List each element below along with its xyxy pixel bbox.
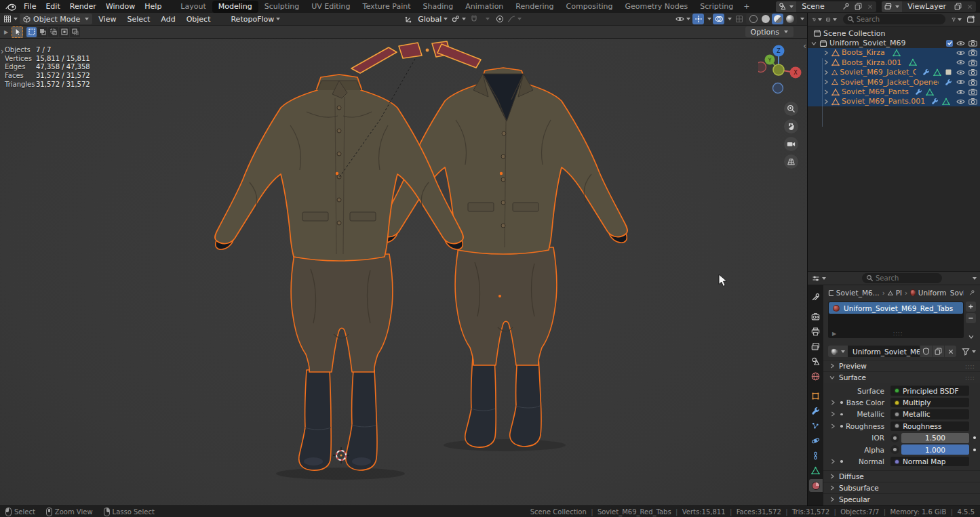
disable-render-icon[interactable] bbox=[968, 98, 977, 105]
proportional-falloff-dropdown[interactable] bbox=[507, 14, 522, 24]
shading-rendered-button[interactable] bbox=[784, 14, 796, 24]
menu-view[interactable]: View bbox=[94, 15, 121, 24]
outliner-row-object[interactable]: Soviet_M69_Jacket_Closed bbox=[808, 68, 980, 77]
outliner-editor-type-button[interactable] bbox=[811, 14, 823, 25]
pan-view-button[interactable] bbox=[784, 119, 798, 133]
collapse-chevron-icon[interactable] bbox=[810, 40, 817, 47]
properties-search-input[interactable] bbox=[862, 273, 942, 283]
material-slot-item[interactable]: Uniform_Soviet_M69_Red_Tabs bbox=[829, 302, 963, 314]
object-name[interactable]: Boots_Kirza bbox=[842, 48, 885, 57]
expand-chevron-icon[interactable] bbox=[828, 423, 838, 430]
object-name[interactable]: Soviet_M69_Pants bbox=[842, 87, 909, 96]
keyframe-dot[interactable] bbox=[973, 436, 976, 439]
mode-dropdown[interactable]: Object Mode bbox=[20, 14, 92, 24]
tab-geometry-nodes[interactable]: Geometry Nodes bbox=[619, 1, 694, 13]
panel-grip-icon[interactable]: :::: bbox=[965, 373, 975, 381]
normal-input[interactable]: Normal Map bbox=[890, 457, 969, 467]
tab-material[interactable] bbox=[809, 479, 823, 492]
collection-checkbox[interactable] bbox=[946, 40, 953, 47]
orientation-dropdown[interactable]: Global bbox=[416, 15, 450, 24]
active-tool-select-box[interactable] bbox=[12, 26, 23, 38]
breadcrumb-object[interactable]: Soviet_M6... bbox=[836, 289, 880, 297]
expand-chevron-icon[interactable] bbox=[823, 69, 829, 76]
tab-layout[interactable]: Layout bbox=[174, 1, 212, 13]
tab-modeling[interactable]: Modeling bbox=[212, 1, 258, 13]
outliner-row-object[interactable]: Boots_Kirza.001 bbox=[808, 58, 980, 67]
object-name[interactable]: Soviet_M69_Jacket_Closed bbox=[840, 68, 916, 77]
hide-eye-icon[interactable] bbox=[956, 69, 965, 76]
tab-render[interactable] bbox=[809, 310, 823, 323]
sidebar-toggle-chevron[interactable]: ‹ bbox=[803, 43, 806, 49]
new-scene-button[interactable] bbox=[852, 1, 864, 12]
menu-object[interactable]: Object bbox=[182, 15, 216, 24]
gizmo-axis-neg-z[interactable] bbox=[773, 83, 783, 94]
zoom-view-button[interactable] bbox=[784, 102, 798, 116]
browse-material-button[interactable] bbox=[828, 346, 848, 357]
expand-chevron-icon[interactable] bbox=[823, 89, 829, 96]
hide-eye-icon[interactable] bbox=[956, 49, 965, 56]
panel-surface[interactable]: Surface :::: bbox=[823, 371, 980, 383]
outliner-row-object[interactable]: Boots_Kirza bbox=[808, 48, 980, 58]
shading-solid-button[interactable] bbox=[760, 14, 771, 24]
panel-specular[interactable]: Specular bbox=[823, 493, 980, 505]
list-resize-grip[interactable]: :::: bbox=[893, 331, 903, 337]
menu-render[interactable]: Render bbox=[65, 2, 101, 11]
keyframe-dot[interactable] bbox=[973, 449, 976, 451]
fake-user-shield-button[interactable] bbox=[920, 346, 932, 357]
tab-constraints[interactable] bbox=[809, 449, 823, 462]
pin-id-icon[interactable] bbox=[969, 289, 975, 297]
tab-modifiers[interactable] bbox=[809, 405, 823, 417]
camera-view-button[interactable] bbox=[784, 137, 798, 151]
menu-select[interactable]: Select bbox=[122, 15, 155, 24]
add-material-slot-button[interactable] bbox=[966, 302, 976, 312]
new-material-button[interactable] bbox=[932, 346, 944, 357]
roughness-input[interactable]: Roughness bbox=[890, 421, 969, 432]
breadcrumb-material[interactable]: Uniform_Soviet_... bbox=[918, 289, 964, 297]
base-color-input[interactable]: Multiply bbox=[890, 398, 969, 408]
view-layer-name[interactable]: ViewLayer bbox=[902, 2, 952, 11]
tab-scene[interactable] bbox=[809, 355, 823, 368]
properties-editor-type-button[interactable] bbox=[811, 273, 827, 284]
view-layer-browse-button[interactable] bbox=[882, 1, 902, 12]
alpha-slider[interactable]: 1.000 bbox=[901, 444, 969, 455]
surface-shader-dropdown[interactable]: Principled BSDF bbox=[890, 386, 969, 396]
slot-specials-dropdown[interactable] bbox=[966, 331, 976, 342]
expand-chevron-icon[interactable] bbox=[823, 59, 829, 66]
select-mode-subtract[interactable] bbox=[48, 27, 58, 37]
show-object-types-dropdown[interactable] bbox=[675, 14, 691, 24]
tab-texture-paint[interactable]: Texture Paint bbox=[357, 1, 417, 13]
outliner-filter-button[interactable] bbox=[951, 14, 962, 25]
metallic-input[interactable]: Metallic bbox=[890, 409, 969, 419]
outliner-row-object[interactable]: Soviet_M69_Jacket_Opened.001 bbox=[808, 77, 980, 87]
material-filter-dropdown[interactable] bbox=[962, 348, 976, 356]
menu-file[interactable]: File bbox=[19, 2, 41, 11]
object-name[interactable]: Soviet_M69_Jacket_Opened.001 bbox=[840, 78, 939, 87]
new-collection-button[interactable] bbox=[965, 14, 977, 25]
tool-expand-arrow[interactable]: ▶ bbox=[4, 29, 8, 35]
panel-grip-icon[interactable]: :::: bbox=[965, 362, 975, 370]
remove-material-slot-button[interactable] bbox=[966, 313, 976, 323]
disable-render-icon[interactable] bbox=[968, 59, 977, 66]
gizmos-toggle[interactable] bbox=[692, 14, 704, 24]
tab-object-data[interactable] bbox=[809, 464, 823, 477]
shading-material-preview-button[interactable] bbox=[772, 14, 783, 24]
panel-subsurface[interactable]: Subsurface bbox=[823, 482, 980, 493]
tab-tool[interactable] bbox=[809, 291, 823, 304]
editor-type-button[interactable] bbox=[3, 14, 18, 24]
tab-animation[interactable]: Animation bbox=[459, 1, 509, 13]
panel-diffuse[interactable]: Diffuse bbox=[823, 470, 980, 482]
hide-eye-icon[interactable] bbox=[956, 79, 965, 85]
outliner-row-scene-collection[interactable]: Scene Collection bbox=[808, 28, 980, 38]
breadcrumb-mesh[interactable]: Pl bbox=[896, 289, 902, 297]
disable-render-icon[interactable] bbox=[968, 88, 977, 96]
viewport-canvas[interactable]: Objects7 / 7 Vertices15,811 / 15,811 Edg… bbox=[0, 39, 807, 505]
collection-name[interactable]: Uniform_Soviet_M69 bbox=[829, 39, 906, 47]
properties-options-chevron[interactable] bbox=[973, 277, 977, 280]
tab-physics[interactable] bbox=[809, 434, 823, 447]
outliner-row-collection[interactable]: Uniform_Soviet_M69 bbox=[808, 38, 980, 47]
tab-particles[interactable] bbox=[809, 419, 823, 432]
perspective-toggle-button[interactable] bbox=[784, 154, 798, 169]
navigation-gizmo[interactable]: Z Y X bbox=[758, 41, 802, 172]
expand-chevron-icon[interactable] bbox=[828, 458, 838, 465]
overlays-toggle[interactable] bbox=[713, 14, 724, 24]
